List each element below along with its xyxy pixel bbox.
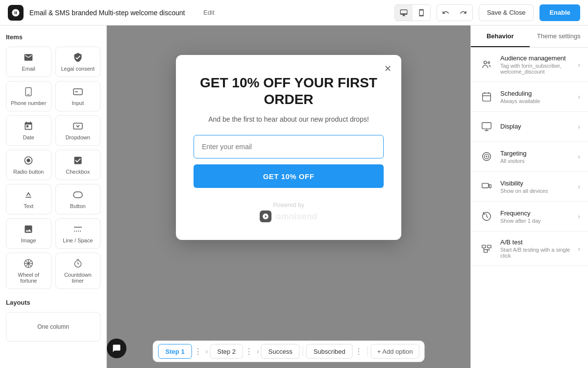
- item-dropdown[interactable]: Dropdown: [55, 115, 101, 146]
- targeting-sub: All visitors: [500, 158, 572, 164]
- right-item-frequency[interactable]: Frequency Show after 1 day ›: [471, 202, 588, 232]
- desktop-btn[interactable]: [395, 5, 413, 21]
- device-toggle: [394, 4, 431, 21]
- canvas-area: ✕ GET 10% OFF YOUR FIRST ORDER And be th…: [107, 26, 470, 368]
- audience-title: Audience management: [500, 54, 572, 62]
- step2-button[interactable]: Step 2: [210, 344, 243, 359]
- right-item-scheduling[interactable]: Scheduling Always available ›: [471, 82, 588, 112]
- save-close-button[interactable]: Save & Close: [479, 4, 534, 21]
- visibility-content: Visibility Show on all devices: [500, 180, 572, 194]
- subscribed-dots[interactable]: ⋮: [353, 345, 365, 357]
- success-button[interactable]: Success: [261, 344, 300, 359]
- audience-sub: Tag with form_subscriber, welcome_discou…: [500, 63, 572, 75]
- add-option-button[interactable]: + Add option: [371, 344, 419, 359]
- item-text-label: Text: [24, 203, 33, 209]
- svg-rect-17: [483, 93, 491, 102]
- app-logo: [8, 5, 24, 21]
- step2-dots[interactable]: ⋮: [243, 345, 255, 357]
- layout-one-column[interactable]: One column: [6, 312, 100, 342]
- item-radio-button[interactable]: Radio button: [6, 150, 51, 180]
- item-input[interactable]: Input: [55, 81, 101, 111]
- frequency-title: Frequency: [500, 210, 572, 217]
- steps-divider2: [368, 346, 368, 356]
- item-button[interactable]: Button: [55, 184, 101, 214]
- input-icon: [73, 86, 83, 97]
- edit-label[interactable]: Edit: [203, 9, 214, 16]
- visibility-title: Visibility: [500, 180, 572, 187]
- layouts-section: One column: [6, 312, 100, 342]
- right-item-ab-test[interactable]: A/B test Start A/B testing with a single…: [471, 232, 588, 266]
- ab-test-chevron: ›: [578, 245, 580, 253]
- radio-icon: [23, 155, 34, 166]
- right-item-display[interactable]: Display ›: [471, 112, 588, 142]
- item-line-space[interactable]: Line / Space: [55, 218, 101, 249]
- item-text[interactable]: Text: [6, 184, 51, 214]
- image-icon: [23, 224, 34, 235]
- visibility-chevron: ›: [578, 183, 580, 190]
- frequency-chevron: ›: [578, 212, 580, 220]
- ab-test-icon: [479, 241, 494, 257]
- right-item-targeting[interactable]: Targeting All visitors ›: [471, 142, 588, 172]
- item-line-space-label: Line / Space: [63, 237, 93, 243]
- email-icon: [23, 52, 34, 63]
- email-input[interactable]: [194, 135, 384, 158]
- item-image[interactable]: Image: [6, 218, 51, 249]
- item-legal-consent-label: Legal consent: [61, 66, 95, 72]
- right-item-visibility[interactable]: Visibility Show on all devices ›: [471, 172, 588, 202]
- svg-point-26: [486, 156, 487, 157]
- svg-rect-27: [482, 184, 489, 188]
- scheduling-icon: [479, 89, 494, 105]
- item-email-label: Email: [22, 66, 35, 72]
- display-icon: [479, 119, 494, 134]
- right-item-audience[interactable]: Audience management Tag with form_subscr…: [471, 48, 588, 82]
- visibility-icon: [479, 179, 494, 194]
- cta-button[interactable]: GET 10% OFF: [194, 164, 384, 188]
- popup-modal: ✕ GET 10% OFF YOUR FIRST ORDER And be th…: [176, 55, 401, 240]
- wheel-icon: [23, 258, 34, 269]
- audience-icon: [479, 57, 494, 73]
- steps-divider: [303, 346, 303, 356]
- svg-rect-32: [488, 245, 491, 248]
- dropdown-icon: [73, 121, 83, 131]
- mobile-btn[interactable]: [413, 5, 430, 21]
- right-panel: Behavior Theme settings Audience managem…: [470, 26, 588, 368]
- powered-by-label: Powered by: [273, 202, 304, 209]
- step1-dots[interactable]: ⋮: [192, 345, 204, 357]
- subscribed-button[interactable]: Subscribed: [306, 344, 353, 359]
- frequency-content: Frequency Show after 1 day: [500, 210, 572, 224]
- item-phone-label: Phone number: [11, 100, 46, 106]
- item-wheel-of-fortune[interactable]: Wheel of fortune: [6, 253, 51, 289]
- items-section-title: Items: [6, 33, 100, 41]
- item-date-label: Date: [23, 134, 34, 140]
- tab-theme-settings[interactable]: Theme settings: [530, 26, 588, 47]
- button-icon: [73, 189, 83, 200]
- svg-rect-1: [27, 94, 30, 95]
- targeting-chevron: ›: [578, 153, 580, 160]
- shield-icon: [73, 52, 83, 63]
- item-checkbox[interactable]: Checkbox: [55, 150, 101, 180]
- omnisend-icon: [260, 210, 271, 222]
- item-image-label: Image: [21, 237, 36, 243]
- right-panel-content: Audience management Tag with form_subscr…: [471, 48, 588, 368]
- step1-button[interactable]: Step 1: [158, 344, 192, 359]
- ab-test-content: A/B test Start A/B testing with a single…: [500, 238, 572, 259]
- item-phone-number[interactable]: Phone number: [6, 81, 51, 111]
- modal-close-button[interactable]: ✕: [381, 62, 394, 76]
- item-countdown-timer[interactable]: Countdown timer: [55, 253, 101, 289]
- steps-bar: Step 1 ⋮ › Step 2 ⋮ › Success Subscribed…: [153, 341, 425, 362]
- redo-button[interactable]: [455, 5, 472, 21]
- scheduling-chevron: ›: [578, 93, 580, 101]
- undo-button[interactable]: [437, 5, 455, 21]
- item-radio-label: Radio button: [13, 169, 44, 175]
- enable-button[interactable]: Enable: [539, 4, 580, 21]
- right-tabs: Behavior Theme settings: [471, 26, 588, 48]
- item-countdown-label: Countdown timer: [60, 272, 97, 284]
- left-sidebar: Items Email Legal consent: [0, 26, 107, 368]
- chat-bubble-button[interactable]: [107, 339, 126, 358]
- audience-content: Audience management Tag with form_subscr…: [500, 54, 572, 75]
- item-email[interactable]: Email: [6, 47, 51, 77]
- item-date[interactable]: Date: [6, 115, 51, 146]
- frequency-icon: [479, 209, 494, 224]
- tab-behavior[interactable]: Behavior: [471, 26, 530, 47]
- item-legal-consent[interactable]: Legal consent: [55, 47, 101, 77]
